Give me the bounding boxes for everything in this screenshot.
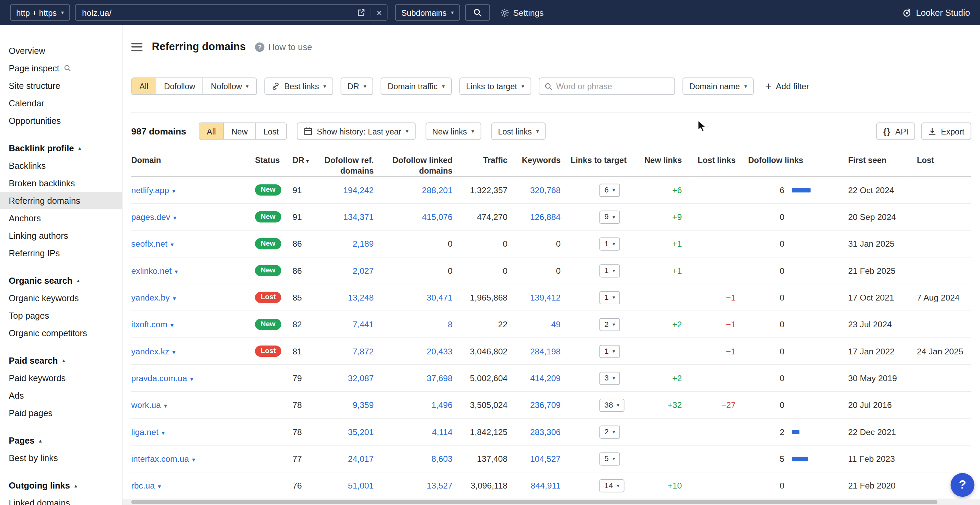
best-links-dropdown[interactable]: Best links ▾: [264, 78, 333, 95]
new-links-value[interactable]: +1: [643, 257, 694, 284]
external-link-icon[interactable]: [357, 8, 366, 17]
keywords-value[interactable]: 844,911: [531, 481, 561, 490]
chevron-down-icon[interactable]: ▾: [170, 241, 173, 248]
chevron-down-icon[interactable]: ▾: [173, 214, 177, 221]
chevron-down-icon[interactable]: ▾: [172, 348, 175, 355]
segment-dofollow[interactable]: Dofollow: [156, 78, 202, 94]
dofollow-ref-domains-value[interactable]: 13,248: [348, 293, 374, 302]
col-status[interactable]: Status: [250, 151, 289, 177]
col-links-to-target[interactable]: Links to target: [571, 151, 643, 177]
help-button[interactable]: ?: [950, 473, 974, 497]
domain-link[interactable]: netlify.app: [131, 185, 169, 195]
dofollow-linked-domains-value[interactable]: 8,603: [431, 454, 453, 463]
target-url-field[interactable]: ×: [75, 5, 388, 21]
sidebar-group-paid-search[interactable]: Paid search▴: [0, 352, 122, 369]
new-links-dropdown[interactable]: New links▾: [425, 122, 481, 140]
dofollow-linked-domains-value[interactable]: 37,698: [426, 373, 452, 383]
domain-link[interactable]: interfax.com.ua: [131, 454, 189, 463]
dofollow-linked-domains-value[interactable]: 415,076: [422, 212, 453, 221]
sidebar-item-anchors[interactable]: Anchors: [0, 209, 122, 227]
protocol-dropdown[interactable]: http + https ▾: [10, 5, 70, 21]
segment-all[interactable]: All: [132, 78, 156, 94]
chevron-down-icon[interactable]: ▾: [164, 402, 167, 409]
domain-link[interactable]: liga.net: [131, 427, 159, 437]
sidebar-item-site-structure[interactable]: Site structure: [0, 77, 122, 94]
chevron-down-icon[interactable]: ▾: [162, 429, 165, 436]
dofollow-ref-domains-value[interactable]: 35,201: [348, 427, 374, 437]
new-links-value[interactable]: +32: [643, 391, 694, 418]
lost-links-dropdown[interactable]: Lost links▾: [491, 122, 546, 140]
dofollow-ref-domains-value[interactable]: 134,371: [343, 212, 374, 221]
sidebar-item-organic-keywords[interactable]: Organic keywords: [0, 289, 122, 307]
chevron-down-icon[interactable]: ▾: [190, 375, 193, 382]
domain-link[interactable]: pravda.com.ua: [131, 373, 187, 383]
chevron-down-icon[interactable]: ▾: [175, 268, 178, 275]
sidebar-item-referring-ips[interactable]: Referring IPs: [0, 244, 122, 262]
chevron-down-icon[interactable]: ▾: [172, 187, 175, 194]
horizontal-scrollbar[interactable]: [123, 499, 980, 505]
dofollow-linked-domains-value[interactable]: 4,114: [432, 427, 453, 437]
sidebar-item-overview[interactable]: Overview: [0, 42, 122, 59]
chevron-down-icon[interactable]: ▾: [158, 483, 161, 489]
domain-link[interactable]: work.ua: [131, 400, 161, 410]
links-to-target-select[interactable]: 3▾: [600, 372, 620, 384]
keywords-value[interactable]: 414,209: [530, 373, 561, 383]
segment-new[interactable]: New: [223, 123, 255, 139]
sidebar-item-linked-domains[interactable]: Linked domains: [0, 494, 122, 505]
sidebar-item-opportunities[interactable]: Opportunities: [0, 112, 122, 129]
sidebar-item-paid-pages[interactable]: Paid pages: [0, 404, 122, 422]
dofollow-linked-domains-value[interactable]: 30,471: [426, 293, 452, 302]
new-links-value[interactable]: +9: [643, 203, 694, 230]
chevron-down-icon[interactable]: ▾: [170, 321, 173, 328]
segment-nofollow[interactable]: Nofollow▾: [203, 78, 256, 94]
col-keywords[interactable]: Keywords: [517, 151, 571, 177]
keywords-value[interactable]: 104,527: [530, 454, 561, 463]
domain-link[interactable]: pages.dev: [131, 212, 170, 221]
dofollow-linked-domains-value[interactable]: 1,496: [431, 400, 453, 410]
links-to-target-select[interactable]: 38▾: [600, 398, 625, 411]
sidebar-item-paid-keywords[interactable]: Paid keywords: [0, 369, 122, 387]
col-first-seen[interactable]: First seen: [829, 151, 905, 177]
keywords-value[interactable]: 139,412: [530, 293, 561, 302]
dofollow-ref-domains-value[interactable]: 7,872: [353, 346, 374, 356]
links-to-target-select[interactable]: 1▾: [600, 345, 620, 358]
domain-link[interactable]: itxoft.com: [131, 320, 167, 329]
api-button[interactable]: {}API: [877, 122, 915, 140]
sidebar-item-page-inspect[interactable]: Page inspect: [0, 59, 122, 77]
col-dofollow-ref-domains[interactable]: Dofollow ref. domains: [315, 151, 383, 177]
dofollow-ref-domains-value[interactable]: 24,017: [348, 454, 374, 463]
dofollow-ref-domains-value[interactable]: 194,242: [343, 185, 374, 195]
sidebar-item-ads[interactable]: Ads: [0, 387, 122, 404]
col-domain[interactable]: Domain: [131, 151, 250, 177]
sidebar-item-backlinks[interactable]: Backlinks: [0, 157, 122, 174]
dofollow-ref-domains-value[interactable]: 51,001: [348, 481, 374, 490]
segment-all-status[interactable]: All: [199, 123, 223, 139]
links-to-target-select[interactable]: 2▾: [600, 425, 620, 438]
chevron-down-icon[interactable]: ▾: [192, 456, 195, 463]
clear-url-icon[interactable]: ×: [376, 8, 382, 17]
domain-link[interactable]: seoflx.net: [131, 239, 167, 248]
looker-studio-link[interactable]: Looker Studio: [902, 8, 970, 17]
scope-dropdown[interactable]: Subdomains ▾: [395, 5, 460, 21]
new-links-value[interactable]: +10: [643, 472, 694, 499]
col-lost-links[interactable]: Lost links: [695, 151, 747, 177]
how-to-use-link[interactable]: ? How to use: [255, 42, 312, 52]
keywords-value[interactable]: 49: [551, 320, 560, 329]
new-links-value[interactable]: +2: [643, 311, 694, 338]
sidebar-group-backlink-profile[interactable]: Backlink profile▴: [0, 139, 122, 157]
links-to-target-select[interactable]: 1▾: [600, 264, 620, 277]
col-dr[interactable]: DR▾: [289, 151, 315, 177]
dr-filter-dropdown[interactable]: DR▾: [340, 78, 373, 95]
sidebar-group-outgoing-links[interactable]: Outgoing links▴: [0, 477, 122, 494]
sidebar-item-linking-authors[interactable]: Linking authors: [0, 227, 122, 244]
lost-links-value[interactable]: −1: [695, 311, 747, 338]
word-or-phrase-input[interactable]: [556, 82, 670, 91]
domain-name-dropdown[interactable]: Domain name▾: [682, 78, 754, 95]
keywords-value[interactable]: 284,198: [530, 346, 561, 356]
col-traffic[interactable]: Traffic: [463, 151, 517, 177]
col-dofollow-links[interactable]: Dofollow links: [747, 151, 829, 177]
dofollow-ref-domains-value[interactable]: 9,359: [353, 400, 374, 410]
segment-lost[interactable]: Lost: [255, 123, 286, 139]
new-links-value[interactable]: +6: [643, 177, 694, 203]
sidebar-item-referring-domains[interactable]: Referring domains: [0, 192, 122, 209]
